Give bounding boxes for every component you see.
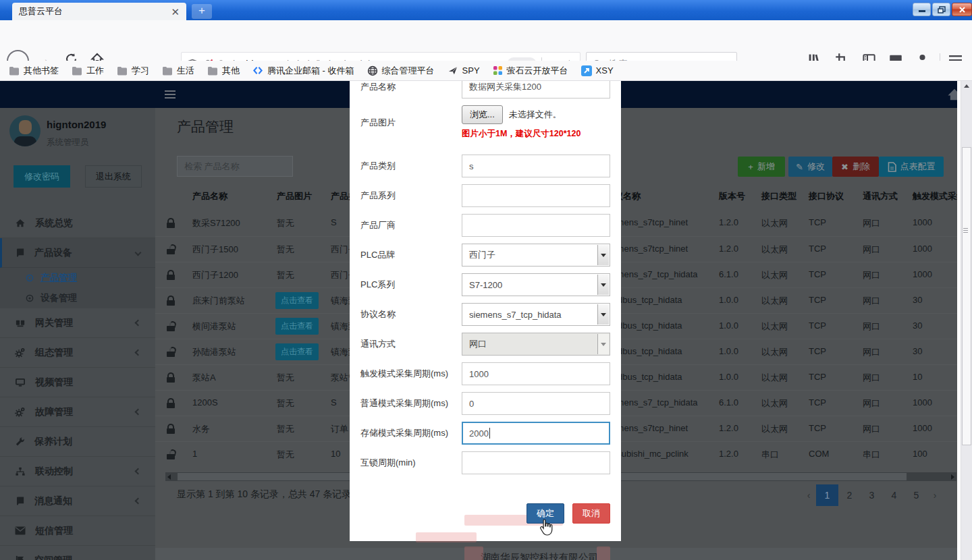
sidebar-item-视频管理[interactable]: 视频管理 [0,368,155,397]
dropdown-arrow-icon[interactable] [597,304,609,325]
change-password-button[interactable]: 修改密码 [14,165,70,188]
field-input[interactable] [462,184,610,207]
field-input[interactable]: s [462,155,610,177]
new-tab-button[interactable]: + [192,4,212,19]
edit-icon: ✎ [796,162,803,172]
logout-button[interactable]: 退出系统 [85,165,142,188]
cell-category: 10 [331,449,340,459]
sidebar-item-网关管理[interactable]: 网关管理 [0,308,155,338]
sidebar-item-label: 组态管理 [35,347,73,359]
page-1[interactable]: 1 [816,484,838,506]
bookmark-label: 工作 [86,65,104,77]
bookmark-item[interactable]: XSY [581,65,614,76]
browse-button[interactable]: 浏览... [462,105,503,124]
sidebar-item-空间管理[interactable]: 空间管理 [0,546,155,560]
view-image-button[interactable]: 点击查看 [275,343,319,360]
field-label: 通讯方式 [360,338,462,350]
bookmark-item[interactable]: 其他 [207,65,240,77]
field-input[interactable]: 2000 [462,422,610,445]
cancel-button[interactable]: 取消 [572,503,610,524]
mouse-cursor [539,518,555,537]
sitemap-icon [15,467,26,476]
sidebar-item-故障管理[interactable]: 故障管理 [0,397,155,427]
field-input[interactable]: 数据网关采集1200 [462,81,610,99]
bookmark-item[interactable]: 工作 [72,65,104,77]
bookmark-label: 学习 [132,65,149,77]
sidebar-subitem-设备管理[interactable]: 设备管理 [0,288,155,308]
bookmark-item[interactable]: SPY [448,65,480,76]
file-selected-text: 未选择文件。 [509,109,562,121]
scroll-up-arrow[interactable] [964,84,969,88]
sidebar-subitem-产品管理[interactable]: 产品管理 [0,268,155,288]
button-label: 新增 [757,161,775,173]
modal-field-通讯方式: 通讯方式网口 [360,333,610,356]
cell-port_type: 以太网 [761,423,788,435]
cell-port_type: 以太网 [761,295,788,307]
cell-port_type: 以太网 [761,397,788,410]
scroll-right-arrow[interactable] [951,474,954,480]
column-header: 触发模式采集周期 [913,190,957,202]
bookmark-item[interactable]: 腾讯企业邮箱 - 收件箱 [252,65,354,77]
page-4[interactable]: 4 [883,484,905,506]
cell-port_protocol: COM [809,449,829,459]
folder-icon [9,66,20,76]
view-image-button[interactable]: 点击查看 [275,318,319,335]
tab-close-icon[interactable]: ✕ [171,7,180,17]
navbar-home-icon[interactable] [946,87,957,102]
minimize-button[interactable] [913,3,931,16]
sidebar-item-组态管理[interactable]: 组态管理 [0,338,155,368]
add-button[interactable]: +新增 [738,157,785,177]
sidebar-subitem-label: 设备管理 [40,292,77,304]
sidebar-item-短信管理[interactable]: 短信管理 [0,516,155,546]
product-search-input[interactable]: 检索 产品名称 [177,156,293,177]
field-select[interactable]: siemens_s7_tcp_hidata [462,303,610,326]
cell-comm: 网口 [863,346,880,358]
chevron-left-icon [135,349,142,356]
dropdown-arrow-icon[interactable] [597,275,609,295]
bookmark-item[interactable]: 其他书签 [9,65,59,77]
page-5[interactable]: 5 [905,484,927,506]
cell-name: 1200S [192,397,218,408]
dropdown-arrow-icon [597,334,609,354]
bookmark-item[interactable]: 综合管理平台 [367,65,435,77]
field-input[interactable] [462,451,610,474]
text-caret [489,428,491,439]
sidebar-toggle-icon[interactable] [165,90,176,99]
field-select[interactable]: S7-1200 [462,273,610,296]
page-prev[interactable]: ‹ [801,484,816,506]
sidebar-item-联动控制[interactable]: 联动控制 [0,457,155,486]
bookmark-item[interactable]: 学习 [117,65,149,77]
cell-trigger: 1000 [913,269,932,279]
page-3[interactable]: 3 [861,484,883,506]
modal-field-触发模式采集周期(ms): 触发模式采集周期(ms)1000 [360,362,610,385]
browser-scrollbar[interactable] [961,81,972,560]
view-image-button[interactable]: 点击查看 [275,292,319,309]
bookmark-item[interactable]: 萤石云开放平台 [493,65,568,77]
bookmark-item[interactable]: 生活 [162,65,194,77]
cell-name: 数采S71200 [192,217,240,229]
edit-button[interactable]: ✎修改 [788,157,832,177]
page-next[interactable]: › [927,484,942,506]
sidebar-item-系统总览[interactable]: 系统总览 [0,208,155,238]
page-2[interactable]: 2 [838,484,861,506]
sidebar-item-消息通知[interactable]: 消息通知 [0,486,155,516]
cell-image: 暂无 [277,449,294,461]
dropdown-arrow-icon[interactable] [597,245,609,265]
vscroll-thumb[interactable] [962,147,971,445]
sidebar-item-保养计划[interactable]: 保养计划 [0,427,155,457]
button-label: 删除 [853,161,870,173]
field-input[interactable]: 0 [462,392,610,415]
sidebar-item-产品设备[interactable]: 产品设备 [0,238,155,268]
field-select[interactable]: 西门子 [462,244,610,267]
config-icon [888,162,896,172]
modal-field-产品系列: 产品系列 [360,184,610,207]
scroll-left-arrow[interactable] [167,474,171,480]
field-input[interactable]: 1000 [462,362,610,385]
cell-trigger: 30 [913,346,922,356]
browser-tab[interactable]: 思普云平台 ✕ [12,3,186,20]
delete-button[interactable]: ✖删除 [832,157,879,177]
close-button[interactable] [952,3,972,16]
restore-button[interactable] [932,3,950,16]
config-button[interactable]: 点表配置 [879,157,944,177]
field-input[interactable] [462,214,610,237]
